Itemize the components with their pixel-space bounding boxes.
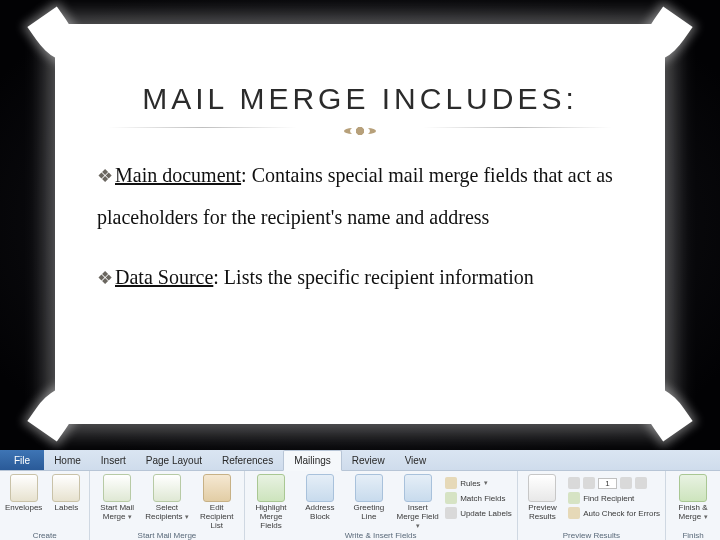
group-write-insert-fields: Highlight Merge Fields Address Block Gre… — [245, 471, 518, 540]
record-number: 1 — [598, 478, 616, 489]
chevron-down-icon: ▾ — [416, 522, 420, 529]
finish-merge-icon — [679, 474, 707, 502]
group-label: Preview Results — [523, 530, 660, 540]
chevron-down-icon: ▾ — [128, 513, 132, 520]
rules-icon — [445, 477, 457, 489]
bullet-item: ❖Main document: Contains special mail me… — [97, 154, 623, 238]
auto-check-icon — [568, 507, 580, 519]
bullet-term: Main document — [115, 164, 241, 186]
bullet-list: ❖Main document: Contains special mail me… — [97, 154, 623, 298]
envelope-icon — [10, 474, 38, 502]
match-fields-icon — [445, 492, 457, 504]
title-divider — [97, 122, 623, 132]
start-mail-merge-button[interactable]: Start Mail Merge ▾ — [95, 474, 139, 522]
bullet-term: Data Source — [115, 266, 213, 288]
finish-merge-button[interactable]: Finish & Merge ▾ — [671, 474, 715, 522]
group-label: Finish — [671, 530, 715, 540]
insert-merge-field-icon — [404, 474, 432, 502]
group-label: Write & Insert Fields — [250, 530, 512, 540]
nav-first-icon — [568, 477, 580, 489]
group-label: Start Mail Merge — [95, 530, 238, 540]
bullet-text: : Lists the specific recipient informati… — [213, 266, 533, 288]
group-label: Create — [5, 530, 84, 540]
nav-prev-icon — [583, 477, 595, 489]
tab-page-layout[interactable]: Page Layout — [136, 450, 212, 470]
group-start-mail-merge: Start Mail Merge ▾ Select Recipients ▾ E… — [90, 471, 244, 540]
record-nav[interactable]: 1 — [568, 476, 660, 490]
tab-home[interactable]: Home — [44, 450, 91, 470]
ribbon-groups: Envelopes Labels Create Start Mail Merge… — [0, 471, 720, 540]
match-fields-button[interactable]: Match Fields — [445, 491, 512, 505]
nav-last-icon — [635, 477, 647, 489]
nav-next-icon — [620, 477, 632, 489]
ornate-frame: MAIL MERGE INCLUDES: ❖Main document: Con… — [55, 24, 665, 424]
edit-recipient-list-button[interactable]: Edit Recipient List — [195, 474, 239, 530]
tab-file[interactable]: File — [0, 450, 44, 470]
tab-mailings[interactable]: Mailings — [283, 450, 342, 471]
greeting-line-icon — [355, 474, 383, 502]
find-recipient-icon — [568, 492, 580, 504]
diamond-bullet-icon: ❖ — [97, 268, 113, 288]
select-recipients-button[interactable]: Select Recipients ▾ — [145, 474, 189, 522]
slide-content: MAIL MERGE INCLUDES: ❖Main document: Con… — [97, 82, 623, 316]
start-mail-merge-icon — [103, 474, 131, 502]
group-create: Envelopes Labels Create — [0, 471, 90, 540]
labels-icon — [52, 474, 80, 502]
highlight-icon — [257, 474, 285, 502]
address-block-button[interactable]: Address Block — [298, 474, 341, 522]
slide-background: MAIL MERGE INCLUDES: ❖Main document: Con… — [0, 0, 720, 450]
bullet-item: ❖Data Source: Lists the specific recipie… — [97, 256, 623, 298]
find-recipient-button[interactable]: Find Recipient — [568, 491, 660, 505]
tab-insert[interactable]: Insert — [91, 450, 136, 470]
chevron-down-icon: ▾ — [185, 513, 189, 520]
chevron-down-icon: ▾ — [704, 513, 708, 520]
word-ribbon: File Home Insert Page Layout References … — [0, 450, 720, 540]
select-recipients-icon — [153, 474, 181, 502]
chevron-down-icon: ▾ — [484, 479, 488, 487]
preview-results-button[interactable]: Preview Results — [523, 474, 562, 522]
diamond-bullet-icon: ❖ — [97, 166, 113, 186]
edit-recipient-list-icon — [203, 474, 231, 502]
greeting-line-button[interactable]: Greeting Line — [347, 474, 390, 522]
update-labels-button[interactable]: Update Labels — [445, 506, 512, 520]
tab-references[interactable]: References — [212, 450, 283, 470]
group-finish: Finish & Merge ▾ Finish — [666, 471, 720, 540]
tab-review[interactable]: Review — [342, 450, 395, 470]
group-preview-results: Preview Results 1 Find Recipient Auto Ch… — [518, 471, 666, 540]
update-labels-icon — [445, 507, 457, 519]
tab-view[interactable]: View — [395, 450, 437, 470]
highlight-merge-fields-button[interactable]: Highlight Merge Fields — [250, 474, 293, 530]
slide-title: MAIL MERGE INCLUDES: — [97, 82, 623, 116]
labels-button[interactable]: Labels — [48, 474, 84, 513]
envelopes-button[interactable]: Envelopes — [5, 474, 42, 513]
address-block-icon — [306, 474, 334, 502]
auto-check-errors-button[interactable]: Auto Check for Errors — [568, 506, 660, 520]
preview-results-icon — [528, 474, 556, 502]
rules-button[interactable]: Rules ▾ — [445, 476, 512, 490]
ribbon-tabs: File Home Insert Page Layout References … — [0, 450, 720, 471]
insert-merge-field-button[interactable]: Insert Merge Field ▾ — [396, 474, 439, 530]
